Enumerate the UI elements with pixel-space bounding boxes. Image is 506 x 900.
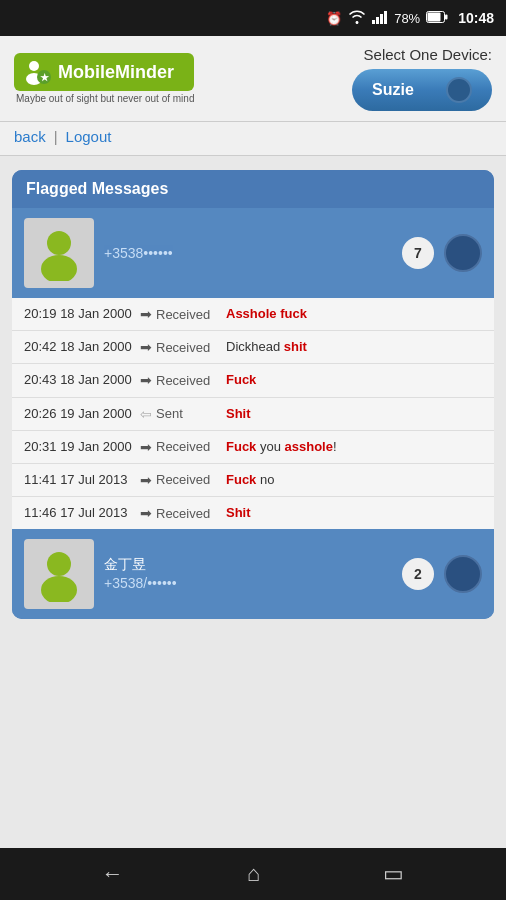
contact-badge-2: 2 bbox=[402, 558, 434, 590]
nav-divider: | bbox=[54, 128, 58, 145]
svg-rect-2 bbox=[380, 14, 383, 24]
table-row[interactable]: 11:41 17 Jul 2013 ➡ Received Fuck no bbox=[12, 464, 494, 497]
flagged-title: Flagged Messages bbox=[26, 180, 168, 197]
table-row[interactable]: 20:31 19 Jan 2000 ➡ Received Fuck you as… bbox=[12, 431, 494, 464]
table-row[interactable]: 20:19 18 Jan 2000 ➡ Received Asshole fuc… bbox=[12, 298, 494, 331]
contact-number-2: +3538/•••••• bbox=[104, 575, 177, 591]
signal-icon bbox=[372, 10, 388, 27]
svg-point-14 bbox=[41, 576, 77, 602]
flagged-word: asshole bbox=[285, 439, 333, 454]
home-nav-icon[interactable]: ⌂ bbox=[247, 861, 260, 887]
msg-direction: ➡ Received bbox=[140, 305, 220, 322]
svg-rect-1 bbox=[376, 17, 379, 24]
flagged-word: Shit bbox=[226, 406, 251, 421]
svg-rect-0 bbox=[372, 20, 375, 24]
msg-content: Asshole fuck bbox=[226, 305, 482, 323]
back-link[interactable]: back bbox=[14, 128, 46, 145]
device-button-text: Suzie bbox=[372, 81, 414, 99]
logo-box: ★ MobileMinder bbox=[14, 53, 194, 91]
contact-action-btn-1[interactable] bbox=[444, 234, 482, 272]
contact-row-1[interactable]: +3538•••••• 7 bbox=[12, 208, 494, 298]
received-arrow-icon: ➡ bbox=[140, 439, 152, 455]
table-row[interactable]: 20:43 18 Jan 2000 ➡ Received Fuck bbox=[12, 364, 494, 397]
main-content: Flagged Messages +3538•••••• 7 20:19 18 … bbox=[0, 156, 506, 852]
contact-info-1: +3538•••••• bbox=[104, 244, 392, 262]
contact-info-2: 金丁昱 +3538/•••••• bbox=[104, 556, 392, 592]
wifi-icon bbox=[348, 10, 366, 27]
msg-content: Fuck you asshole! bbox=[226, 438, 482, 456]
svg-rect-6 bbox=[445, 14, 448, 19]
flagged-word: shit bbox=[284, 339, 307, 354]
msg-datetime: 11:46 17 Jul 2013 bbox=[24, 504, 134, 522]
contact-row-2[interactable]: 金丁昱 +3538/•••••• 2 bbox=[12, 529, 494, 619]
bottom-bar: ← ⌂ ▭ bbox=[0, 848, 506, 900]
back-nav-icon[interactable]: ← bbox=[102, 861, 124, 887]
table-row[interactable]: 20:42 18 Jan 2000 ➡ Received Dickhead sh… bbox=[12, 331, 494, 364]
table-row[interactable]: 20:26 19 Jan 2000 ⇦ Sent Shit bbox=[12, 398, 494, 431]
contact-badge-count-2: 2 bbox=[414, 566, 422, 582]
svg-point-11 bbox=[47, 231, 71, 255]
status-time: 10:48 bbox=[458, 10, 494, 26]
received-arrow-icon: ➡ bbox=[140, 339, 152, 355]
device-selector: Select One Device: Suzie bbox=[352, 46, 492, 111]
svg-point-7 bbox=[29, 61, 39, 71]
flagged-panel: Flagged Messages +3538•••••• 7 20:19 18 … bbox=[12, 170, 494, 619]
avatar-person-icon-1 bbox=[34, 225, 84, 281]
received-arrow-icon: ➡ bbox=[140, 306, 152, 322]
received-arrow-icon: ➡ bbox=[140, 505, 152, 521]
svg-text:★: ★ bbox=[40, 72, 50, 83]
contact-name-2: 金丁昱 bbox=[104, 556, 392, 574]
msg-datetime: 20:31 19 Jan 2000 bbox=[24, 438, 134, 456]
msg-datetime: 20:26 19 Jan 2000 bbox=[24, 405, 134, 423]
contact-action-btn-2[interactable] bbox=[444, 555, 482, 593]
msg-datetime: 20:42 18 Jan 2000 bbox=[24, 338, 134, 356]
device-button[interactable]: Suzie bbox=[352, 69, 492, 111]
msg-direction: ➡ Received bbox=[140, 504, 220, 521]
flagged-word: Shit bbox=[226, 505, 251, 520]
flagged-word: Fuck bbox=[226, 372, 256, 387]
flagged-word: Fuck bbox=[226, 472, 256, 487]
msg-direction: ➡ Received bbox=[140, 438, 220, 455]
flagged-word: Fuck bbox=[226, 439, 256, 454]
contact-number-1: +3538•••••• bbox=[104, 245, 173, 261]
sent-arrow-icon: ⇦ bbox=[140, 406, 152, 422]
msg-direction: ➡ Received bbox=[140, 371, 220, 388]
msg-content: Shit bbox=[226, 504, 482, 522]
recents-nav-icon[interactable]: ▭ bbox=[383, 861, 404, 887]
contact-avatar-2 bbox=[24, 539, 94, 609]
logo-tagline: Maybe out of sight but never out of mind bbox=[14, 93, 194, 104]
contact-badge-count-1: 7 bbox=[414, 245, 422, 261]
header: ★ MobileMinder Maybe out of sight but ne… bbox=[0, 36, 506, 122]
received-arrow-icon: ➡ bbox=[140, 472, 152, 488]
device-button-circle bbox=[446, 77, 472, 103]
msg-direction: ➡ Received bbox=[140, 471, 220, 488]
contact-badge-1: 7 bbox=[402, 237, 434, 269]
msg-content: Fuck no bbox=[226, 471, 482, 489]
logo-text: MobileMinder bbox=[58, 62, 174, 83]
device-selector-label: Select One Device: bbox=[364, 46, 492, 63]
svg-rect-5 bbox=[428, 12, 441, 21]
battery-text: 78% bbox=[394, 11, 420, 26]
logout-link[interactable]: Logout bbox=[66, 128, 112, 145]
svg-point-13 bbox=[47, 552, 71, 576]
received-arrow-icon: ➡ bbox=[140, 372, 152, 388]
alarm-icon: ⏰ bbox=[326, 11, 342, 26]
flagged-header: Flagged Messages bbox=[12, 170, 494, 208]
status-bar: ⏰ 78% 10:48 bbox=[0, 0, 506, 36]
msg-datetime: 20:19 18 Jan 2000 bbox=[24, 305, 134, 323]
msg-content: Dickhead shit bbox=[226, 338, 482, 356]
logo-area: ★ MobileMinder Maybe out of sight but ne… bbox=[14, 53, 194, 104]
svg-rect-3 bbox=[384, 11, 387, 24]
msg-datetime: 20:43 18 Jan 2000 bbox=[24, 371, 134, 389]
nav-bar: back | Logout bbox=[0, 122, 506, 156]
msg-content: Shit bbox=[226, 405, 482, 423]
msg-datetime: 11:41 17 Jul 2013 bbox=[24, 471, 134, 489]
contact-avatar-1 bbox=[24, 218, 94, 288]
table-row[interactable]: 11:46 17 Jul 2013 ➡ Received Shit bbox=[12, 497, 494, 529]
logo-icon: ★ bbox=[22, 57, 52, 87]
messages-table-1: 20:19 18 Jan 2000 ➡ Received Asshole fuc… bbox=[12, 298, 494, 529]
svg-point-12 bbox=[41, 255, 77, 281]
msg-direction: ⇦ Sent bbox=[140, 405, 220, 422]
battery-icon bbox=[426, 11, 448, 26]
avatar-person-icon-2 bbox=[34, 546, 84, 602]
